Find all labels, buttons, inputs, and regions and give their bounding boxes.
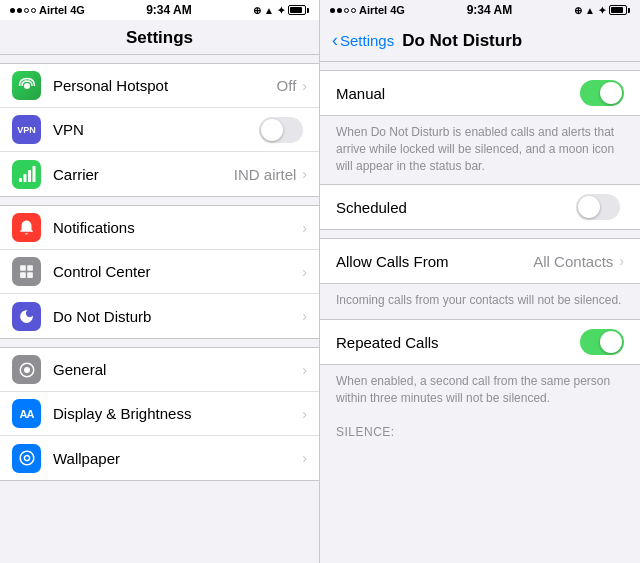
left-status-left: Airtel 4G <box>10 4 85 16</box>
repeated-calls-label: Repeated Calls <box>336 334 580 351</box>
r-dot2 <box>337 8 342 13</box>
allow-calls-label: Allow Calls From <box>336 253 533 270</box>
settings-item-vpn[interactable]: VPN VPN <box>0 108 319 152</box>
hotspot-label: Personal Hotspot <box>53 77 277 94</box>
battery-fill <box>290 7 302 13</box>
svg-rect-1 <box>19 178 22 182</box>
left-status-right: ⊕ ▲ ✦ <box>253 5 309 16</box>
settings-group-3: General › AA Display & Brightness › Wall… <box>0 347 319 481</box>
dnd-item-scheduled[interactable]: Scheduled <box>320 185 640 229</box>
right-status-right: ⊕ ▲ ✦ <box>574 5 630 16</box>
r-location-icon: ⊕ <box>574 5 582 16</box>
right-status-left: Airtel 4G <box>330 4 405 16</box>
carrier-icon <box>12 160 41 189</box>
settings-item-display[interactable]: AA Display & Brightness › <box>0 392 319 436</box>
display-icon: AA <box>12 399 41 428</box>
back-button[interactable]: ‹ Settings <box>332 30 394 51</box>
silence-header: SILENCE: <box>320 417 640 443</box>
svg-rect-7 <box>20 272 26 278</box>
notifications-icon <box>12 213 41 242</box>
svg-rect-5 <box>20 265 26 271</box>
settings-item-general[interactable]: General › <box>0 348 319 392</box>
wallpaper-icon <box>12 444 41 473</box>
general-label: General <box>53 361 302 378</box>
dnd-group-calls: Allow Calls From All Contacts › <box>320 238 640 284</box>
manual-description: When Do Not Disturb is enabled calls and… <box>320 116 640 184</box>
settings-item-hotspot[interactable]: Personal Hotspot Off › <box>0 64 319 108</box>
display-chevron: › <box>302 406 307 422</box>
control-label: Control Center <box>53 263 302 280</box>
carrier-label: Carrier <box>53 166 234 183</box>
r-dot1 <box>330 8 335 13</box>
right-signal-dots <box>330 8 356 13</box>
manual-label: Manual <box>336 85 580 102</box>
right-time: 9:34 AM <box>467 3 513 17</box>
bluetooth-icon: ✦ <box>277 5 285 16</box>
vpn-icon-text: VPN <box>17 125 36 135</box>
right-title: Do Not Disturb <box>402 31 522 51</box>
carrier-chevron: › <box>302 166 307 182</box>
dnd-content: Manual When Do Not Disturb is enabled ca… <box>320 62 640 563</box>
back-chevron-icon: ‹ <box>332 30 338 51</box>
vpn-toggle[interactable] <box>259 117 303 143</box>
repeated-calls-description: When enabled, a second call from the sam… <box>320 365 640 417</box>
svg-rect-6 <box>27 265 33 271</box>
dnd-label: Do Not Disturb <box>53 308 302 325</box>
scheduled-toggle[interactable] <box>576 194 620 220</box>
wifi-icon: ▲ <box>264 5 274 16</box>
settings-item-notifications[interactable]: Notifications › <box>0 206 319 250</box>
dnd-item-repeated-calls[interactable]: Repeated Calls <box>320 320 640 364</box>
settings-group-1: Personal Hotspot Off › VPN VPN <box>0 63 319 197</box>
repeated-calls-toggle[interactable] <box>580 329 624 355</box>
wallpaper-chevron: › <box>302 450 307 466</box>
notifications-chevron: › <box>302 220 307 236</box>
display-label: Display & Brightness <box>53 405 302 422</box>
svg-rect-3 <box>28 170 31 182</box>
settings-item-control[interactable]: Control Center › <box>0 250 319 294</box>
wallpaper-label: Wallpaper <box>53 450 302 467</box>
r-battery-fill <box>611 7 623 13</box>
svg-rect-8 <box>27 272 33 278</box>
hotspot-icon <box>12 71 41 100</box>
dot3 <box>24 8 29 13</box>
hotspot-value: Off <box>277 77 297 94</box>
allow-calls-description: Incoming calls from your contacts will n… <box>320 284 640 319</box>
left-network: 4G <box>70 4 85 16</box>
settings-list[interactable]: Personal Hotspot Off › VPN VPN <box>0 55 319 563</box>
svg-rect-4 <box>32 166 35 182</box>
right-panel: Airtel 4G 9:34 AM ⊕ ▲ ✦ ‹ Settings Do No… <box>320 0 640 563</box>
r-battery-tip <box>628 8 630 13</box>
general-chevron: › <box>302 362 307 378</box>
dnd-chevron: › <box>302 308 307 324</box>
allow-calls-chevron: › <box>619 253 624 269</box>
r-dot4 <box>351 8 356 13</box>
dot4 <box>31 8 36 13</box>
left-panel: Airtel 4G 9:34 AM ⊕ ▲ ✦ Settings <box>0 0 320 563</box>
dnd-item-allow-calls[interactable]: Allow Calls From All Contacts › <box>320 239 640 283</box>
settings-item-wallpaper[interactable]: Wallpaper › <box>0 436 319 480</box>
svg-point-0 <box>24 83 30 89</box>
settings-item-carrier[interactable]: Carrier IND airtel › <box>0 152 319 196</box>
right-header: ‹ Settings Do Not Disturb <box>320 20 640 62</box>
battery-body <box>288 5 306 15</box>
dnd-group-manual: Manual <box>320 70 640 116</box>
right-carrier: Airtel <box>359 4 387 16</box>
back-label: Settings <box>340 32 394 49</box>
right-status-bar: Airtel 4G 9:34 AM ⊕ ▲ ✦ <box>320 0 640 20</box>
dnd-item-manual[interactable]: Manual <box>320 71 640 115</box>
settings-group-2: Notifications › Control Center › <box>0 205 319 339</box>
dot2 <box>17 8 22 13</box>
r-battery-icon <box>609 5 630 15</box>
right-network: 4G <box>390 4 405 16</box>
left-title: Settings <box>126 28 193 47</box>
left-status-bar: Airtel 4G 9:34 AM ⊕ ▲ ✦ <box>0 0 319 20</box>
settings-item-dnd[interactable]: Do Not Disturb › <box>0 294 319 338</box>
carrier-value: IND airtel <box>234 166 297 183</box>
signal-dots <box>10 8 36 13</box>
vpn-icon: VPN <box>12 115 41 144</box>
battery-tip <box>307 8 309 13</box>
left-panel-header: Settings <box>0 20 319 55</box>
left-carrier: Airtel <box>39 4 67 16</box>
r-wifi-icon: ▲ <box>585 5 595 16</box>
manual-toggle[interactable] <box>580 80 624 106</box>
